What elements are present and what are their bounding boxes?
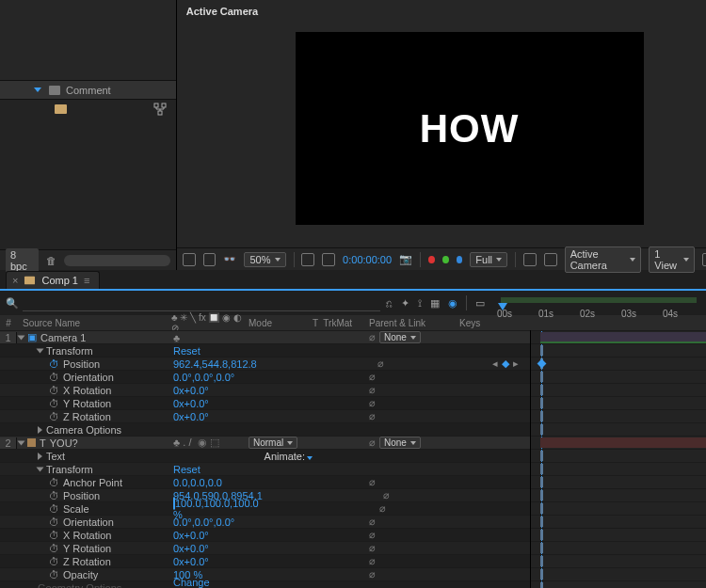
pickwhip-icon[interactable]: ⌀ bbox=[369, 568, 376, 580]
project-list[interactable]: Comment bbox=[0, 80, 176, 249]
pickwhip-icon[interactable]: ⌀ bbox=[369, 555, 376, 567]
composition-canvas[interactable]: HOW bbox=[296, 32, 644, 225]
pickwhip-icon[interactable]: ⌀ bbox=[369, 384, 376, 396]
stopwatch-icon[interactable]: ⏱ bbox=[49, 398, 59, 409]
alpha-toggle-icon[interactable] bbox=[183, 253, 196, 266]
pickwhip-icon[interactable]: ⌀ bbox=[369, 331, 376, 343]
tab-close-icon[interactable]: × bbox=[12, 275, 18, 286]
composition-mini-flowchart-icon[interactable]: ⎌ bbox=[386, 297, 393, 309]
draft3d-icon[interactable]: ✦ bbox=[401, 297, 409, 310]
property-group-row[interactable]: Transform Reset bbox=[0, 343, 530, 357]
flowchart-icon[interactable] bbox=[153, 103, 167, 116]
property-value[interactable]: 0.0,0.0,0.0 bbox=[173, 477, 222, 488]
pickwhip-icon[interactable]: ⌀ bbox=[369, 371, 376, 383]
tab-comp-1[interactable]: × Comp 1 ≡ bbox=[6, 271, 100, 289]
property-row[interactable]: ⏱Anchor Point0.0,0.0,0.0⌀ bbox=[0, 475, 530, 488]
view-camera-select[interactable]: Active Camera bbox=[565, 246, 642, 273]
property-row[interactable]: ⏱Z Rotation0x+0.0°⌀ bbox=[0, 554, 530, 567]
region-icon[interactable] bbox=[523, 253, 537, 266]
current-time-indicator[interactable] bbox=[498, 303, 507, 310]
property-row[interactable]: ⏱X Rotation0x+0.0°⌀ bbox=[0, 528, 530, 541]
stopwatch-icon[interactable]: ⏱ bbox=[49, 516, 59, 528]
search-input[interactable] bbox=[23, 295, 380, 311]
property-row[interactable]: ⏱Z Rotation 0x+0.0° ⌀ bbox=[0, 409, 530, 422]
layer-switches[interactable]: ♣ . / ◉ ⬚ bbox=[171, 437, 249, 449]
3d-layer-icon[interactable]: ⬚ bbox=[210, 437, 219, 448]
resolution-select[interactable]: Full bbox=[470, 252, 507, 267]
property-row[interactable]: ⏱X Rotation 0x+0.0° ⌀ bbox=[0, 383, 530, 396]
property-group-row[interactable]: Transform Reset bbox=[0, 462, 530, 475]
viewer-stage[interactable]: HOW bbox=[177, 0, 706, 247]
property-row[interactable]: ⏱Position954.0,590.0,8954.1⌀ bbox=[0, 488, 530, 501]
pickwhip-icon[interactable]: ⌀ bbox=[369, 410, 376, 422]
parent-select[interactable]: None bbox=[379, 437, 421, 449]
property-row[interactable]: ⏱Scale 100.0,100.0,100.0 %⌀ bbox=[0, 501, 530, 515]
stopwatch-icon[interactable]: ⏱ bbox=[49, 358, 59, 370]
layer-name[interactable]: Camera 1 bbox=[40, 332, 86, 343]
layer-bar[interactable] bbox=[540, 437, 706, 448]
property-group-row[interactable]: Camera Options bbox=[0, 422, 530, 436]
twisty-icon[interactable] bbox=[18, 335, 25, 340]
guides-icon[interactable] bbox=[322, 253, 335, 266]
twisty-icon[interactable] bbox=[38, 453, 42, 460]
motion-blur-icon[interactable]: ◉ bbox=[448, 297, 457, 310]
pickwhip-icon[interactable]: ⌀ bbox=[369, 529, 376, 541]
frame-blend-icon[interactable]: ▦ bbox=[430, 297, 440, 310]
col-keys[interactable]: Keys bbox=[459, 318, 516, 328]
work-area-bar[interactable] bbox=[501, 297, 697, 303]
parent-select[interactable]: None bbox=[379, 331, 421, 343]
property-row[interactable]: ⏱Position 962.4,544.8,812.8 ⌀ ◂◆▸ bbox=[0, 357, 530, 370]
col-source[interactable]: Source Name bbox=[17, 318, 80, 328]
twisty-icon[interactable] bbox=[37, 348, 44, 353]
stopwatch-icon[interactable]: ⏱ bbox=[49, 385, 59, 396]
pickwhip-icon[interactable]: ⌀ bbox=[383, 489, 390, 501]
stopwatch-icon[interactable]: ⏱ bbox=[49, 569, 59, 580]
grid-icon[interactable] bbox=[301, 253, 314, 266]
property-row[interactable]: ⏱Y Rotation0x+0.0°⌀ bbox=[0, 541, 530, 554]
twisty-icon[interactable] bbox=[18, 440, 25, 445]
comment-column-header[interactable]: Comment bbox=[66, 85, 111, 96]
bpc-toggle[interactable]: 8 bpc bbox=[6, 248, 39, 273]
stopwatch-icon[interactable]: ⏱ bbox=[49, 556, 59, 567]
pickwhip-icon[interactable]: ⌀ bbox=[379, 502, 386, 515]
label-color-icon[interactable] bbox=[27, 438, 36, 447]
change-renderer-link[interactable]: Change Renderer... bbox=[173, 577, 224, 589]
col-trkmat[interactable]: TrkMat bbox=[323, 318, 352, 328]
layer-row[interactable]: 1 ▣Camera 1 ♣ ⌀None bbox=[0, 330, 530, 343]
pickwhip-icon[interactable]: ⌀ bbox=[369, 542, 376, 554]
animate-menu[interactable]: Animate: bbox=[265, 451, 313, 462]
layer-switches[interactable]: ♣ bbox=[171, 332, 249, 343]
channel-toggle-icon[interactable] bbox=[203, 253, 217, 266]
property-row[interactable]: ⏱Orientation 0.0°,0.0°,0.0° ⌀ bbox=[0, 370, 530, 383]
property-group-row[interactable]: Text Animate: bbox=[0, 449, 530, 462]
property-value[interactable]: 0.0°,0.0°,0.0° bbox=[173, 372, 234, 383]
red-channel-icon[interactable] bbox=[428, 256, 435, 263]
stopwatch-icon[interactable]: ⏱ bbox=[49, 372, 59, 383]
current-time[interactable]: 0:00:00:00 bbox=[343, 254, 392, 265]
pickwhip-icon[interactable]: ⌀ bbox=[369, 476, 376, 488]
property-row[interactable]: ⏱Y Rotation 0x+0.0° ⌀ bbox=[0, 396, 530, 409]
layer-name[interactable]: YOU? bbox=[50, 437, 78, 449]
sort-arrow-icon[interactable] bbox=[34, 87, 41, 92]
timeline-search[interactable]: 🔍 bbox=[0, 295, 380, 311]
col-num[interactable]: # bbox=[0, 318, 17, 328]
pickwhip-icon[interactable]: ⌀ bbox=[377, 358, 384, 370]
transparency-grid-icon[interactable] bbox=[544, 253, 557, 266]
stopwatch-icon[interactable]: ⏱ bbox=[49, 411, 59, 422]
mask-toggle-icon[interactable]: 👓 bbox=[223, 253, 236, 265]
green-channel-icon[interactable] bbox=[442, 256, 449, 263]
pickwhip-icon[interactable]: ⌀ bbox=[369, 397, 376, 409]
keyframe-navigator[interactable]: ◂◆▸ bbox=[468, 358, 524, 370]
stopwatch-icon[interactable]: ⏱ bbox=[49, 503, 59, 515]
layer-row[interactable]: 2 TYOU? ♣ . / ◉ ⬚ Normal ⌀None bbox=[0, 436, 530, 449]
tab-menu-icon[interactable]: ≡ bbox=[84, 275, 89, 286]
property-value[interactable]: 0x+0.0° bbox=[173, 385, 209, 396]
trash-icon[interactable]: 🗑 bbox=[46, 255, 56, 266]
property-group-row[interactable]: Geometry OptionsChange Renderer... bbox=[0, 580, 530, 588]
property-row[interactable]: ⏱Orientation0.0°,0.0°,0.0°⌀ bbox=[0, 515, 530, 528]
property-value[interactable]: 0x+0.0° bbox=[173, 556, 209, 567]
col-mode[interactable]: Mode bbox=[249, 318, 313, 328]
project-columns-header[interactable]: Comment bbox=[0, 81, 176, 100]
graph-editor-icon[interactable]: ▭ bbox=[475, 297, 485, 310]
twisty-icon[interactable] bbox=[38, 426, 42, 434]
